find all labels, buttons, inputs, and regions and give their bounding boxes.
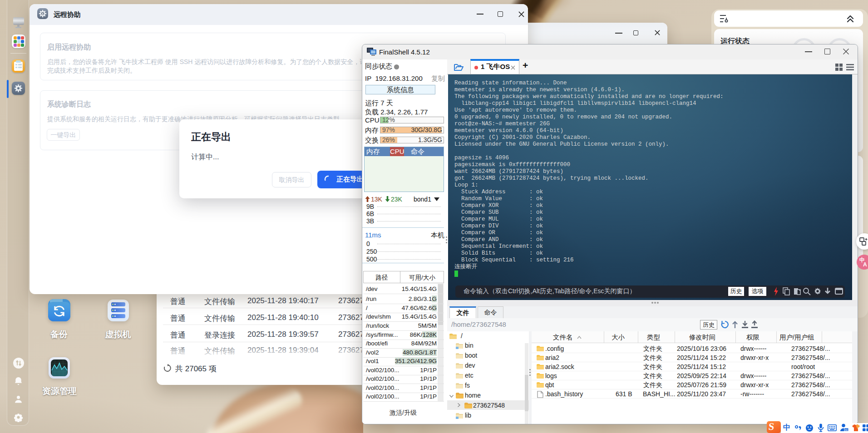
svg-text:40: 40 [845,428,848,431]
